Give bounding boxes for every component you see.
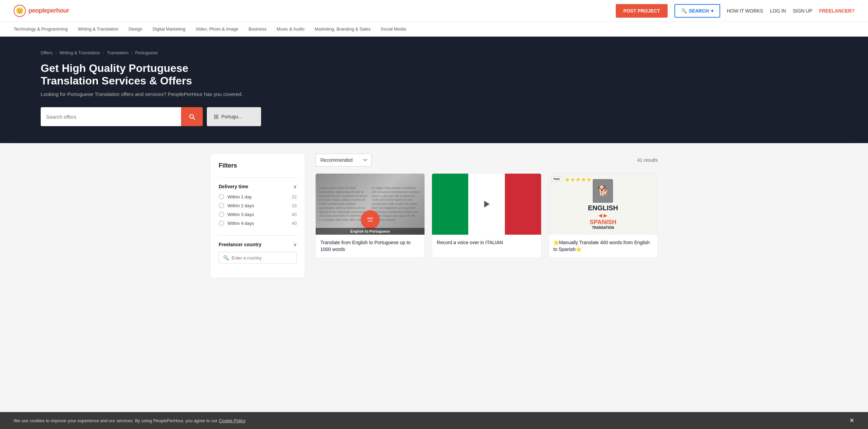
logo[interactable]: 🙂 peopleperhour [14,5,69,17]
header: 🙂 peopleperhour POST PROJECT 🔍 SEARCH ▾ … [0,0,868,22]
search-input[interactable] [46,107,176,126]
filters-title: Filters [219,162,297,169]
breadcrumb-sep-2: › [103,51,104,55]
radio-4days[interactable] [219,220,224,226]
filter-count-4days: 40 [292,221,297,226]
filter-option-3days: Within 3 days 40 [219,212,297,217]
nav-item-music[interactable]: Music & Audio [277,26,304,32]
search-submit-button[interactable] [181,107,203,126]
filter-label-3days: Within 3 days [228,212,254,217]
results-controls: Recommended Price: Low to High Price: Hi… [315,154,658,167]
radio-1day[interactable] [219,194,224,199]
search-button[interactable]: 🔍 SEARCH ▾ [674,4,720,18]
logo-face-icon: 🙂 [16,7,23,15]
star-3: ★ [576,176,580,183]
flag-red [505,174,541,235]
breadcrumb-translation[interactable]: Translation [107,50,129,55]
search-submit-icon [188,113,196,120]
freelancer-country-section: Freelancer country ∨ 🔍 [219,235,297,270]
freelancer-country-label: Freelancer country [219,242,261,247]
hero-subtitle: Looking for Portuguese Translation offer… [41,91,827,97]
delivery-time-label: Delivery time [219,184,248,189]
hero-title: Get High Quality Portuguese Translation … [41,62,244,87]
arrow-icon-2: ▶ [604,213,607,218]
card-1-overlay: English to Portuguese [316,228,425,235]
star-2: ★ [570,176,575,183]
breadcrumb-writing[interactable]: Writing & Translation [59,50,100,55]
filter-option-4days: Within 4 days 40 [219,220,297,226]
card-1-badge: HelloCia! [361,210,380,229]
card-3-image: PMS ★ ★ ★ ★ ★ 🐕 ENGLISH ◀ [549,174,657,235]
stars-row: ★ ★ ★ ★ ★ [565,176,591,183]
search-icon: 🔍 [681,8,687,14]
breadcrumb: Offers › Writing & Translation › Transla… [41,50,827,55]
delivery-time-chevron-icon: ∨ [293,184,297,189]
nav-bar: Technology & Programming Writing & Trans… [0,22,868,37]
how-it-works-link[interactable]: HOW IT WORKS [727,8,763,14]
filter-option-1day: Within 1 day 22 [219,194,297,199]
logo-text: peopleperhour [28,7,69,14]
nav-item-writing[interactable]: Writing & Translation [78,26,119,32]
filter-label-1day: Within 1 day [228,194,252,199]
delivery-time-header[interactable]: Delivery time ∨ [219,184,297,189]
card-3[interactable]: PMS ★ ★ ★ ★ ★ 🐕 ENGLISH ◀ [548,173,658,258]
freelancer-country-chevron-icon: ∨ [293,242,297,247]
nav-item-social[interactable]: Social Media [381,26,406,32]
pms-badge: PMS [551,176,562,182]
card-3-body: ⭐Manually Translate 400 words from Engli… [549,235,657,257]
card-1-title: Translate from English to Portuguese up … [320,240,411,252]
radio-3days[interactable] [219,212,224,217]
star-1: ★ [565,176,570,183]
filter-label-2days: Within 2 days [228,203,254,208]
card-2-image [432,174,541,235]
main-content: Filters Delivery time ∨ Within 1 day 22 … [197,143,671,288]
breadcrumb-offers[interactable]: Offers [41,50,53,55]
country-search-input[interactable] [232,255,292,260]
filter-label-4days: Within 4 days [228,221,254,226]
card-1[interactable]: Lorem ipsum dolor sit amet consectetur a… [315,173,425,258]
chevron-down-icon: ▾ [711,8,713,14]
card-1-badge-text: HelloCia! [367,217,373,223]
nav-item-marketing[interactable]: Marketing, Branding & Sales [315,26,371,32]
card-1-body: Translate from English to Portuguese up … [316,235,425,257]
arrow-icon-1: ◀ [598,213,602,218]
card-2-body: Record a voice over in ITALIAN [432,235,541,251]
cards-grid: Lorem ipsum dolor sit amet consectetur a… [315,173,658,258]
hero-section: Offers › Writing & Translation › Transla… [0,37,868,143]
dog-image: 🐕 [593,179,613,203]
log-in-link[interactable]: LOG IN [770,8,786,14]
country-search-box: 🔍 [219,252,297,264]
filter-count-1day: 22 [292,194,297,199]
spanish-label: SPANISH [590,219,616,226]
star-5: ★ [587,176,591,183]
results-count: 41 results [637,157,658,163]
nav-item-design[interactable]: Design [129,26,142,32]
nav-item-digital-marketing[interactable]: Digital Marketing [153,26,185,32]
breadcrumb-sep-3: › [131,51,133,55]
freelancer-link[interactable]: FREELANCER? [819,8,854,14]
post-project-button[interactable]: POST PROJECT [616,4,667,18]
sign-up-link[interactable]: SIGN UP [793,8,812,14]
filter-option-2days: Within 2 days 33 [219,203,297,208]
category-chip[interactable]: ⊞ Portugu... [207,107,261,126]
search-input-wrap [41,107,181,126]
star-4: ★ [581,176,586,183]
filter-count-2days: 33 [292,203,297,208]
play-button[interactable] [479,197,494,212]
transation-label: TRANSATION [592,226,614,230]
card-3-title: ⭐Manually Translate 400 words from Engli… [553,240,650,252]
results-area: Recommended Price: Low to High Price: Hi… [305,154,658,278]
delivery-time-section: Delivery time ∨ Within 1 day 22 Within 2… [219,177,297,235]
nav-item-business[interactable]: Business [249,26,267,32]
radio-2days[interactable] [219,203,224,208]
arrows-row: ◀ ▶ [598,213,607,218]
filter-count-3days: 40 [292,212,297,217]
freelancer-country-header[interactable]: Freelancer country ∨ [219,242,297,247]
card-2[interactable]: Record a voice over in ITALIAN [432,173,541,258]
nav-item-video[interactable]: Video, Photo & Image [196,26,238,32]
sort-select[interactable]: Recommended Price: Low to High Price: Hi… [315,154,372,167]
card-3-bg: PMS ★ ★ ★ ★ ★ 🐕 ENGLISH ◀ [549,174,657,235]
nav-item-tech[interactable]: Technology & Programming [14,26,68,32]
filters-sidebar: Filters Delivery time ∨ Within 1 day 22 … [210,154,305,278]
search-bar: ⊞ Portugu... [41,107,261,126]
